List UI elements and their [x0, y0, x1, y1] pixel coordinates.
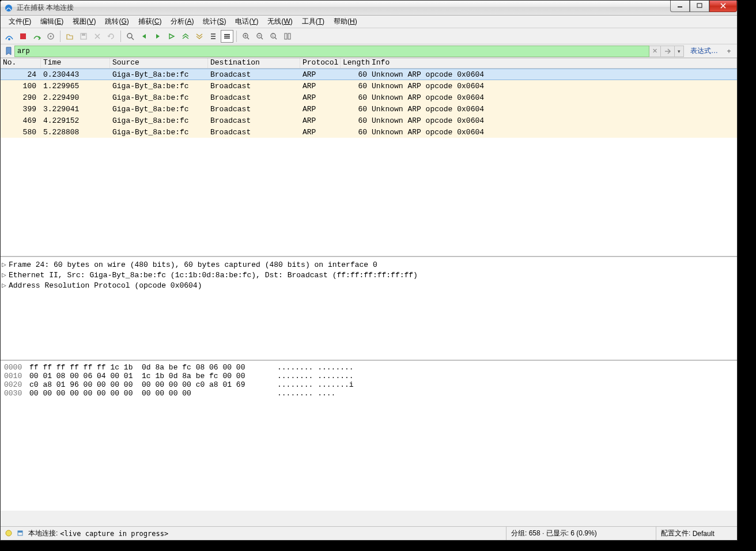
status-interface[interactable]: 本地连接: <live capture in progress>	[1, 527, 506, 540]
autoscroll-button[interactable]	[207, 30, 220, 43]
menu-help[interactable]: 帮助(H)	[329, 16, 362, 28]
column-header-destination[interactable]: Destination	[208, 58, 300, 68]
packet-list-pane[interactable]: No. Time Source Destination Protocol Len…	[1, 58, 737, 257]
save-button[interactable]	[77, 30, 90, 43]
open-button[interactable]	[63, 30, 76, 43]
detail-tree-item[interactable]: ▷Frame 24: 60 bytes on wire (480 bits), …	[2, 259, 736, 270]
column-header-info[interactable]: Info	[369, 58, 737, 68]
menu-telephony[interactable]: 电话(Y)	[230, 16, 263, 28]
svg-rect-15	[224, 36, 230, 37]
apply-filter-button[interactable]	[661, 46, 675, 57]
svg-rect-27	[285, 33, 287, 39]
zoom-reset-button[interactable]: 1	[267, 30, 280, 43]
capture-file-icon[interactable]	[17, 530, 25, 538]
svg-rect-2	[697, 3, 702, 7]
svg-rect-14	[224, 34, 230, 35]
svg-point-6	[50, 35, 52, 37]
go-back-button[interactable]	[138, 30, 150, 43]
filter-bar: ✕ ▾ 表达式… +	[1, 44, 737, 58]
menu-tools[interactable]: 工具(T)	[297, 16, 329, 28]
svg-line-10	[131, 37, 134, 40]
status-packets[interactable]: 分组: 658 · 已显示: 6 (0.9%)	[506, 527, 656, 540]
goto-packet-button[interactable]	[165, 30, 178, 43]
packet-row[interactable]: 1001.229965Giga-Byt_8a:be:fcBroadcastARP…	[1, 80, 737, 92]
svg-rect-11	[211, 33, 216, 35]
go-forward-button[interactable]	[152, 30, 164, 43]
svg-point-29	[6, 530, 12, 536]
bookmark-icon[interactable]	[3, 46, 14, 57]
svg-rect-28	[288, 33, 290, 39]
packet-list-header[interactable]: No. Time Source Destination Protocol Len…	[1, 58, 737, 69]
svg-rect-1	[678, 6, 682, 7]
display-filter-input[interactable]	[14, 46, 649, 57]
colorize-button[interactable]	[221, 30, 233, 43]
stop-capture-button[interactable]	[17, 30, 29, 43]
window-controls	[670, 1, 737, 12]
resize-columns-button[interactable]	[281, 30, 294, 43]
hex-line[interactable]: 0020c0 a8 01 96 00 00 00 00 00 00 00 00 …	[1, 380, 737, 389]
status-interface-note: <live capture in progress>	[60, 530, 168, 538]
svg-point-3	[8, 38, 10, 40]
menu-wireless[interactable]: 无线(W)	[263, 16, 297, 28]
packet-bytes-pane[interactable]: 0000ff ff ff ff ff ff 1c 1b 0d 8a be fc …	[1, 361, 737, 511]
restart-capture-button[interactable]	[31, 30, 43, 43]
menu-capture[interactable]: 捕获(C)	[134, 16, 167, 28]
find-button[interactable]	[124, 30, 137, 43]
packet-row[interactable]: 2902.229490Giga-Byt_8a:be:fcBroadcastARP…	[1, 92, 737, 103]
svg-rect-13	[211, 38, 216, 39]
packet-row[interactable]: 3993.229041Giga-Byt_8a:be:fcBroadcastARP…	[1, 103, 737, 115]
svg-rect-4	[20, 33, 26, 39]
svg-line-25	[275, 37, 277, 39]
hex-line[interactable]: 0000ff ff ff ff ff ff 1c 1b 0d 8a be fc …	[1, 363, 737, 372]
zoom-in-button[interactable]	[240, 30, 252, 43]
menu-edit[interactable]: 编辑(E)	[36, 16, 68, 28]
svg-text:1: 1	[272, 34, 274, 37]
menu-file[interactable]: 文件(F)	[4, 16, 36, 28]
close-button[interactable]	[709, 1, 737, 12]
hex-line[interactable]: 003000 00 00 00 00 00 00 00 00 00 00 00.…	[1, 389, 737, 398]
start-capture-button[interactable]	[3, 30, 16, 43]
detail-tree-item[interactable]: ▷Ethernet II, Src: Giga-Byt_8a:be:fc (1c…	[2, 270, 736, 280]
packet-row[interactable]: 4694.229152Giga-Byt_8a:be:fcBroadcastARP…	[1, 115, 737, 126]
options-button[interactable]	[44, 30, 57, 43]
menu-go[interactable]: 跳转(G)	[100, 16, 133, 28]
menu-stats[interactable]: 统计(S)	[198, 16, 230, 28]
svg-line-18	[247, 37, 249, 39]
svg-point-9	[127, 33, 132, 38]
toolbar-separator	[236, 31, 237, 42]
window-title: 正在捕获 本地连接	[17, 3, 670, 13]
svg-rect-8	[82, 33, 85, 36]
detail-tree-item[interactable]: ▷Address Resolution Protocol (opcode 0x0…	[2, 280, 736, 290]
goto-first-button[interactable]	[179, 30, 192, 43]
svg-rect-31	[18, 531, 22, 533]
packet-row[interactable]: 5805.228808Giga-Byt_8a:be:fcBroadcastARP…	[1, 126, 737, 138]
expert-info-icon[interactable]	[5, 530, 13, 538]
titlebar[interactable]: 正在捕获 本地连接	[1, 1, 737, 16]
column-header-source[interactable]: Source	[110, 58, 208, 68]
packet-rows[interactable]: 240.230443Giga-Byt_8a:be:fcBroadcastARP6…	[1, 69, 737, 256]
clear-filter-button[interactable]: ✕	[649, 46, 661, 57]
filter-history-dropdown[interactable]: ▾	[675, 46, 684, 57]
close-file-button[interactable]	[91, 30, 104, 43]
zoom-out-button[interactable]	[254, 30, 266, 43]
main-window: 正在捕获 本地连接 文件(F) 编辑(E) 视图(V) 跳转(G) 捕获(C) …	[0, 0, 738, 541]
hex-line[interactable]: 001000 01 08 00 06 04 00 01 1c 1b 0d 8a …	[1, 372, 737, 380]
column-header-protocol[interactable]: Protocol	[300, 58, 341, 68]
svg-rect-12	[211, 36, 216, 37]
packet-row[interactable]: 240.230443Giga-Byt_8a:be:fcBroadcastARP6…	[1, 69, 737, 80]
menu-view[interactable]: 视图(V)	[68, 16, 100, 28]
column-header-no[interactable]: No.	[1, 58, 41, 68]
app-icon	[4, 3, 13, 13]
toolbar-separator	[60, 31, 61, 42]
column-header-time[interactable]: Time	[41, 58, 110, 68]
goto-last-button[interactable]	[193, 30, 206, 43]
status-profile[interactable]: 配置文件: Default	[656, 527, 737, 540]
packet-details-pane[interactable]: ▷Frame 24: 60 bytes on wire (480 bits), …	[1, 257, 737, 361]
expression-button[interactable]: 表达式…	[685, 46, 723, 57]
maximize-button[interactable]	[690, 1, 709, 12]
reload-button[interactable]	[105, 30, 118, 43]
minimize-button[interactable]	[670, 1, 690, 12]
menu-analyze[interactable]: 分析(A)	[166, 16, 198, 28]
add-filter-button[interactable]: +	[723, 46, 735, 57]
column-header-length[interactable]: Length	[341, 58, 369, 68]
